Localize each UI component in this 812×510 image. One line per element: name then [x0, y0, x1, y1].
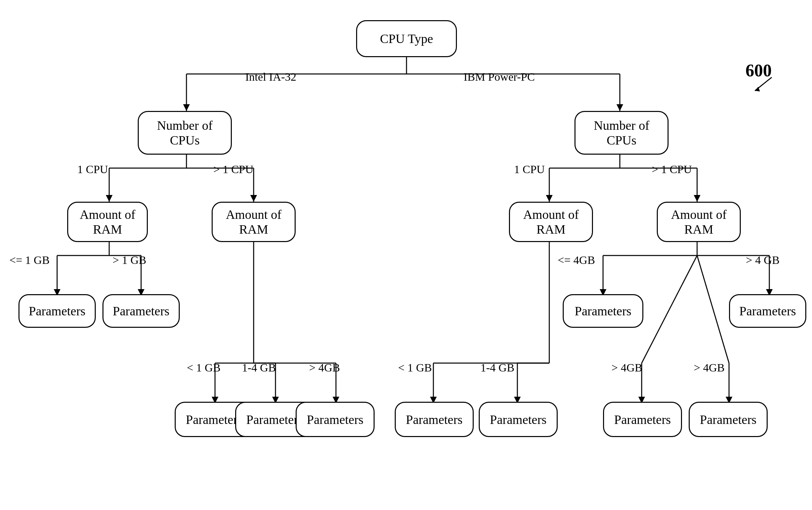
node-right-num-cpus: Number ofCPUs	[574, 111, 668, 154]
svg-marker-10	[106, 195, 113, 202]
node-params-lr3: Parameters	[296, 402, 374, 437]
node-params-ll1: Parameters	[19, 294, 96, 328]
node-ram-ll: Amount ofRAM	[67, 202, 148, 242]
label-r-1cpu: 1 CPU	[514, 163, 545, 176]
svg-marker-6	[616, 104, 623, 111]
node-ram-lr: Amount ofRAM	[212, 202, 296, 242]
node-params-ll2: Parameters	[102, 294, 180, 328]
node-left-num-cpus-label: Number ofCPUs	[157, 118, 213, 148]
node-ram-rr-label: Amount ofRAM	[671, 207, 727, 237]
node-params-rl1: Parameters	[395, 402, 474, 437]
node-params-rl2-label: Parameters	[490, 412, 547, 427]
node-params-rr-upper2-label: Parameters	[740, 304, 796, 318]
label-ll-le1gb: <= 1 GB	[9, 254, 50, 266]
node-ram-rl-label: Amount ofRAM	[523, 207, 579, 237]
svg-line-52	[642, 255, 697, 363]
label-rr1-lt4gb: > 4GB	[694, 361, 725, 374]
node-params-rl1-label: Parameters	[406, 412, 462, 427]
node-params-rr-low1: Parameters	[603, 402, 682, 437]
node-params-ll1-label: Parameters	[29, 304, 86, 318]
label-lr-14gb: 1-4 GB	[242, 361, 276, 374]
label-rr-le4gb: <= 4GB	[558, 254, 595, 266]
node-ram-ll-label: Amount ofRAM	[80, 207, 136, 237]
node-params-rr1-label: Parameters	[575, 304, 632, 318]
svg-marker-17	[546, 195, 553, 202]
node-ram-lr-label: Amount ofRAM	[226, 207, 281, 237]
node-params-rr1: Parameters	[563, 294, 643, 328]
label-ibm: IBM Power-PC	[463, 70, 535, 83]
label-rl-lt1gb: < 1 GB	[398, 361, 432, 374]
label-l-1cpu: 1 CPU	[77, 163, 108, 176]
node-cpu-type-label: CPU Type	[380, 31, 433, 46]
node-params-rr-low1-label: Parameters	[614, 412, 671, 427]
label-rl-14gb: 1-4 GB	[480, 361, 514, 374]
node-params-rr-low2: Parameters	[689, 402, 768, 437]
label-lr-lt1gb: < 1 GB	[187, 361, 220, 374]
svg-marker-3	[183, 104, 190, 111]
label-lr-gt4gb: > 4GB	[309, 361, 340, 374]
node-params-lr3-label: Parameters	[307, 412, 363, 427]
diagram-container: CPU Type 600 Number ofCPUs Number ofCPUs…	[0, 0, 812, 510]
node-params-rr-upper2: Parameters	[729, 294, 806, 328]
node-params-rr-low2-label: Parameters	[700, 412, 757, 427]
svg-line-55	[697, 255, 729, 363]
node-params-lr1-label: Parameters	[186, 412, 243, 427]
node-cpu-type: CPU Type	[356, 20, 457, 57]
label-l-gt1cpu: > 1 CPU	[213, 163, 253, 176]
node-right-num-cpus-label: Number ofCPUs	[594, 118, 650, 148]
label-intel: Intel IA-32	[245, 70, 296, 83]
label-rr-gt4gb: > 4 GB	[746, 254, 779, 266]
label-r-gt1cpu: > 1 CPU	[652, 163, 692, 176]
svg-marker-13	[250, 195, 257, 202]
node-params-rl2: Parameters	[479, 402, 558, 437]
ref-arrow	[752, 74, 778, 94]
node-left-num-cpus: Number ofCPUs	[138, 111, 232, 154]
node-ram-rl: Amount ofRAM	[509, 202, 593, 242]
node-params-lr2-label: Parameters	[246, 412, 303, 427]
label-rr1-gt4gb: > 4GB	[611, 361, 642, 374]
node-ram-rr: Amount ofRAM	[657, 202, 741, 242]
label-ll-gt1gb: > 1 GB	[113, 254, 146, 266]
svg-marker-20	[694, 195, 700, 202]
node-params-ll2-label: Parameters	[113, 304, 170, 318]
